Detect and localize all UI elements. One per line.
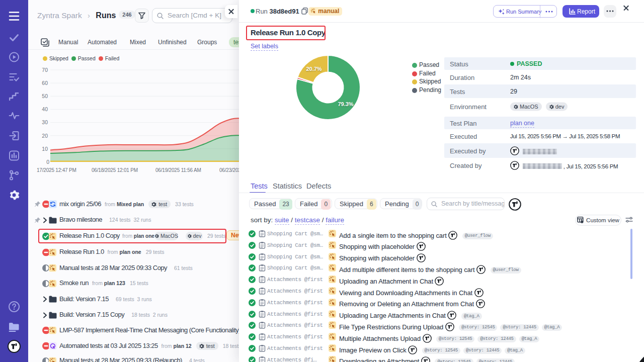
svg-text:20.7%: 20.7% <box>306 66 321 72</box>
svg-text:79.3%: 79.3% <box>338 101 353 107</box>
